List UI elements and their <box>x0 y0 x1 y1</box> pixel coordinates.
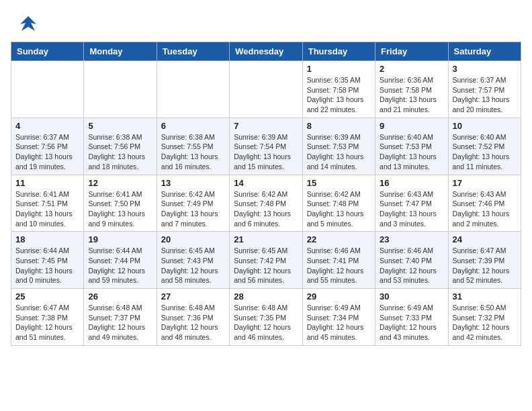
calendar-cell: 21Sunrise: 6:45 AM Sunset: 7:42 PM Dayli… <box>230 232 302 289</box>
calendar-cell: 24Sunrise: 6:47 AM Sunset: 7:39 PM Dayli… <box>448 232 521 289</box>
day-info: Sunrise: 6:35 AM Sunset: 7:58 PM Dayligh… <box>307 75 371 115</box>
calendar-cell: 26Sunrise: 6:48 AM Sunset: 7:37 PM Dayli… <box>84 289 157 346</box>
day-info: Sunrise: 6:46 AM Sunset: 7:40 PM Dayligh… <box>380 246 443 285</box>
day-info: Sunrise: 6:36 AM Sunset: 7:58 PM Dayligh… <box>380 75 443 115</box>
logo-icon <box>16 12 40 36</box>
day-info: Sunrise: 6:41 AM Sunset: 7:50 PM Dayligh… <box>88 189 152 229</box>
day-number: 10 <box>453 121 517 131</box>
calendar-cell <box>157 61 229 118</box>
day-number: 4 <box>15 121 79 131</box>
day-number: 16 <box>380 178 443 188</box>
day-number: 3 <box>453 64 517 74</box>
day-number: 11 <box>15 178 79 188</box>
day-info: Sunrise: 6:48 AM Sunset: 7:36 PM Dayligh… <box>161 303 225 342</box>
day-number: 20 <box>161 234 225 244</box>
svg-marker-0 <box>20 16 36 31</box>
calendar-body: 1Sunrise: 6:35 AM Sunset: 7:58 PM Daylig… <box>11 61 521 346</box>
day-number: 14 <box>234 178 298 188</box>
day-header-friday: Friday <box>375 42 448 61</box>
calendar-cell: 5Sunrise: 6:38 AM Sunset: 7:56 PM Daylig… <box>84 118 157 175</box>
calendar-cell: 15Sunrise: 6:42 AM Sunset: 7:48 PM Dayli… <box>302 175 375 232</box>
day-number: 17 <box>453 178 517 188</box>
day-info: Sunrise: 6:39 AM Sunset: 7:54 PM Dayligh… <box>234 132 298 172</box>
day-header-thursday: Thursday <box>302 42 375 61</box>
day-number: 1 <box>307 64 371 74</box>
calendar-week-3: 11Sunrise: 6:41 AM Sunset: 7:51 PM Dayli… <box>11 175 521 232</box>
day-info: Sunrise: 6:49 AM Sunset: 7:34 PM Dayligh… <box>307 303 371 342</box>
day-info: Sunrise: 6:42 AM Sunset: 7:48 PM Dayligh… <box>234 189 298 229</box>
day-info: Sunrise: 6:40 AM Sunset: 7:52 PM Dayligh… <box>453 132 517 172</box>
calendar-cell: 4Sunrise: 6:37 AM Sunset: 7:56 PM Daylig… <box>11 118 84 175</box>
calendar-cell: 25Sunrise: 6:47 AM Sunset: 7:38 PM Dayli… <box>11 289 84 346</box>
day-header-wednesday: Wednesday <box>230 42 302 61</box>
day-info: Sunrise: 6:37 AM Sunset: 7:56 PM Dayligh… <box>15 132 79 172</box>
calendar-cell: 17Sunrise: 6:43 AM Sunset: 7:46 PM Dayli… <box>448 175 521 232</box>
day-info: Sunrise: 6:38 AM Sunset: 7:55 PM Dayligh… <box>161 132 225 172</box>
day-number: 28 <box>234 291 298 302</box>
calendar-cell: 9Sunrise: 6:40 AM Sunset: 7:53 PM Daylig… <box>375 118 448 175</box>
day-info: Sunrise: 6:44 AM Sunset: 7:44 PM Dayligh… <box>88 246 152 285</box>
day-number: 30 <box>380 291 443 302</box>
day-number: 31 <box>453 291 517 302</box>
calendar-cell: 2Sunrise: 6:36 AM Sunset: 7:58 PM Daylig… <box>375 61 448 118</box>
day-info: Sunrise: 6:44 AM Sunset: 7:45 PM Dayligh… <box>15 246 79 285</box>
day-info: Sunrise: 6:43 AM Sunset: 7:46 PM Dayligh… <box>453 189 517 229</box>
calendar-cell: 19Sunrise: 6:44 AM Sunset: 7:44 PM Dayli… <box>84 232 157 289</box>
calendar-cell: 23Sunrise: 6:46 AM Sunset: 7:40 PM Dayli… <box>375 232 448 289</box>
day-info: Sunrise: 6:45 AM Sunset: 7:42 PM Dayligh… <box>234 246 298 285</box>
day-info: Sunrise: 6:37 AM Sunset: 7:57 PM Dayligh… <box>453 75 517 115</box>
day-info: Sunrise: 6:46 AM Sunset: 7:41 PM Dayligh… <box>307 246 371 285</box>
day-number: 29 <box>307 291 371 302</box>
calendar-table: SundayMondayTuesdayWednesdayThursdayFrid… <box>11 42 521 346</box>
day-number: 7 <box>234 121 298 131</box>
calendar-cell: 14Sunrise: 6:42 AM Sunset: 7:48 PM Dayli… <box>230 175 302 232</box>
day-info: Sunrise: 6:40 AM Sunset: 7:53 PM Dayligh… <box>380 132 443 172</box>
calendar-cell: 18Sunrise: 6:44 AM Sunset: 7:45 PM Dayli… <box>11 232 84 289</box>
day-number: 13 <box>161 178 225 188</box>
calendar-cell: 22Sunrise: 6:46 AM Sunset: 7:41 PM Dayli… <box>302 232 375 289</box>
day-info: Sunrise: 6:43 AM Sunset: 7:47 PM Dayligh… <box>380 189 443 229</box>
day-number: 22 <box>307 234 371 244</box>
day-info: Sunrise: 6:41 AM Sunset: 7:51 PM Dayligh… <box>15 189 79 229</box>
day-info: Sunrise: 6:42 AM Sunset: 7:48 PM Dayligh… <box>307 189 371 229</box>
day-number: 9 <box>380 121 443 131</box>
day-info: Sunrise: 6:49 AM Sunset: 7:33 PM Dayligh… <box>380 303 443 342</box>
calendar-cell: 20Sunrise: 6:45 AM Sunset: 7:43 PM Dayli… <box>157 232 229 289</box>
day-number: 27 <box>161 291 225 302</box>
day-header-monday: Monday <box>84 42 157 61</box>
day-number: 8 <box>307 121 371 131</box>
page-header <box>0 0 532 42</box>
calendar-cell: 31Sunrise: 6:50 AM Sunset: 7:32 PM Dayli… <box>448 289 521 346</box>
calendar-cell: 27Sunrise: 6:48 AM Sunset: 7:36 PM Dayli… <box>157 289 229 346</box>
day-info: Sunrise: 6:47 AM Sunset: 7:39 PM Dayligh… <box>453 246 517 285</box>
logo <box>16 12 43 36</box>
day-info: Sunrise: 6:47 AM Sunset: 7:38 PM Dayligh… <box>15 303 79 342</box>
day-info: Sunrise: 6:48 AM Sunset: 7:35 PM Dayligh… <box>234 303 298 342</box>
calendar-cell: 13Sunrise: 6:42 AM Sunset: 7:49 PM Dayli… <box>157 175 229 232</box>
day-number: 12 <box>88 178 152 188</box>
day-number: 6 <box>161 121 225 131</box>
day-info: Sunrise: 6:39 AM Sunset: 7:53 PM Dayligh… <box>307 132 371 172</box>
calendar-week-5: 25Sunrise: 6:47 AM Sunset: 7:38 PM Dayli… <box>11 289 521 346</box>
day-number: 2 <box>380 64 443 74</box>
day-number: 18 <box>15 234 79 244</box>
calendar-wrapper: SundayMondayTuesdayWednesdayThursdayFrid… <box>0 42 532 351</box>
calendar-cell: 16Sunrise: 6:43 AM Sunset: 7:47 PM Dayli… <box>375 175 448 232</box>
header-row: SundayMondayTuesdayWednesdayThursdayFrid… <box>11 42 521 61</box>
calendar-week-2: 4Sunrise: 6:37 AM Sunset: 7:56 PM Daylig… <box>11 118 521 175</box>
calendar-cell: 29Sunrise: 6:49 AM Sunset: 7:34 PM Dayli… <box>302 289 375 346</box>
day-number: 21 <box>234 234 298 244</box>
day-number: 24 <box>453 234 517 244</box>
day-info: Sunrise: 6:45 AM Sunset: 7:43 PM Dayligh… <box>161 246 225 285</box>
calendar-cell: 7Sunrise: 6:39 AM Sunset: 7:54 PM Daylig… <box>230 118 302 175</box>
day-number: 25 <box>15 291 79 302</box>
day-number: 26 <box>88 291 152 302</box>
calendar-cell: 30Sunrise: 6:49 AM Sunset: 7:33 PM Dayli… <box>375 289 448 346</box>
calendar-cell: 11Sunrise: 6:41 AM Sunset: 7:51 PM Dayli… <box>11 175 84 232</box>
calendar-cell: 28Sunrise: 6:48 AM Sunset: 7:35 PM Dayli… <box>230 289 302 346</box>
day-info: Sunrise: 6:42 AM Sunset: 7:49 PM Dayligh… <box>161 189 225 229</box>
calendar-cell: 1Sunrise: 6:35 AM Sunset: 7:58 PM Daylig… <box>302 61 375 118</box>
calendar-header: SundayMondayTuesdayWednesdayThursdayFrid… <box>11 42 521 61</box>
calendar-cell: 8Sunrise: 6:39 AM Sunset: 7:53 PM Daylig… <box>302 118 375 175</box>
day-info: Sunrise: 6:48 AM Sunset: 7:37 PM Dayligh… <box>88 303 152 342</box>
